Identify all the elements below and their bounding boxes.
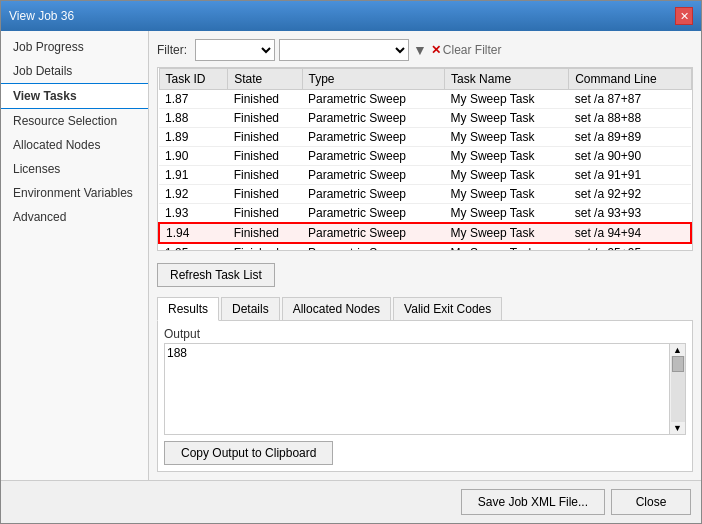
tab-content: Output 188 ▲ ▼ [157, 321, 693, 472]
cell-4: set /a 88+88 [569, 109, 691, 128]
sidebar-item-job-progress[interactable]: Job Progress [1, 35, 148, 59]
scroll-thumb [672, 356, 684, 372]
title-bar: View Job 36 ✕ [1, 1, 701, 31]
filter-row: Filter: ▼ ✕ Clear Filter [157, 39, 693, 61]
cell-0: 1.91 [159, 166, 228, 185]
task-table: Task IDStateTypeTask NameCommand Line 1.… [158, 68, 692, 251]
cell-1: Finished [228, 204, 302, 224]
cell-1: Finished [228, 185, 302, 204]
cell-2: Parametric Sweep [302, 166, 445, 185]
output-scrollbar[interactable]: ▲ ▼ [669, 344, 685, 434]
filter-dropdown[interactable] [195, 39, 275, 61]
sidebar-item-advanced[interactable]: Advanced [1, 205, 148, 229]
sidebar-item-resource-selection[interactable]: Resource Selection [1, 109, 148, 133]
cell-2: Parametric Sweep [302, 109, 445, 128]
cell-1: Finished [228, 109, 302, 128]
content-area: Job ProgressJob DetailsView TasksResourc… [1, 31, 701, 480]
tabs-section: ResultsDetailsAllocated NodesValid Exit … [157, 297, 693, 472]
main-window: View Job 36 ✕ Job ProgressJob DetailsVie… [0, 0, 702, 524]
copy-output-button[interactable]: Copy Output to Clipboard [164, 441, 333, 465]
output-label: Output [164, 327, 686, 341]
cell-3: My Sweep Task [445, 204, 569, 224]
tabs-row: ResultsDetailsAllocated NodesValid Exit … [157, 297, 693, 321]
cell-0: 1.93 [159, 204, 228, 224]
output-value: 188 [167, 346, 187, 360]
col-header-type: Type [302, 69, 445, 90]
output-area: 188 ▲ ▼ [164, 343, 686, 435]
cell-3: My Sweep Task [445, 128, 569, 147]
cell-3: My Sweep Task [445, 147, 569, 166]
cell-0: 1.94 [159, 223, 228, 243]
scroll-down-icon: ▼ [672, 422, 683, 434]
cell-3: My Sweep Task [445, 90, 569, 109]
cell-2: Parametric Sweep [302, 128, 445, 147]
table-row[interactable]: 1.89FinishedParametric SweepMy Sweep Tas… [159, 128, 691, 147]
table-row[interactable]: 1.93FinishedParametric SweepMy Sweep Tas… [159, 204, 691, 224]
table-body: 1.87FinishedParametric SweepMy Sweep Tas… [159, 90, 691, 252]
col-header-task-name: Task Name [445, 69, 569, 90]
table-row[interactable]: 1.88FinishedParametric SweepMy Sweep Tas… [159, 109, 691, 128]
sidebar-item-view-tasks[interactable]: View Tasks [1, 83, 148, 109]
cell-2: Parametric Sweep [302, 223, 445, 243]
cell-3: My Sweep Task [445, 243, 569, 251]
cell-0: 1.89 [159, 128, 228, 147]
cell-1: Finished [228, 166, 302, 185]
cell-0: 1.95 [159, 243, 228, 251]
col-header-task-id: Task ID [159, 69, 228, 90]
cell-4: set /a 90+90 [569, 147, 691, 166]
cell-0: 1.88 [159, 109, 228, 128]
close-dialog-button[interactable]: Close [611, 489, 691, 515]
col-header-command-line: Command Line [569, 69, 691, 90]
cell-0: 1.90 [159, 147, 228, 166]
table-row[interactable]: 1.92FinishedParametric SweepMy Sweep Tas… [159, 185, 691, 204]
scroll-up-icon: ▲ [672, 344, 683, 356]
table-row[interactable]: 1.95FinishedParametric SweepMy Sweep Tas… [159, 243, 691, 251]
sidebar: Job ProgressJob DetailsView TasksResourc… [1, 31, 149, 480]
cell-1: Finished [228, 243, 302, 251]
cell-4: set /a 92+92 [569, 185, 691, 204]
tab-allocated-nodes[interactable]: Allocated Nodes [282, 297, 391, 320]
table-header-row: Task IDStateTypeTask NameCommand Line [159, 69, 691, 90]
sidebar-item-job-details[interactable]: Job Details [1, 59, 148, 83]
cell-4: set /a 89+89 [569, 128, 691, 147]
cell-2: Parametric Sweep [302, 204, 445, 224]
refresh-row: Refresh Task List [157, 257, 693, 287]
footer: Save Job XML File... Close [1, 480, 701, 523]
sidebar-item-environment-variables[interactable]: Environment Variables [1, 181, 148, 205]
cell-2: Parametric Sweep [302, 185, 445, 204]
clear-filter-button[interactable]: ✕ Clear Filter [431, 43, 502, 57]
tab-valid-exit-codes[interactable]: Valid Exit Codes [393, 297, 502, 320]
cell-0: 1.92 [159, 185, 228, 204]
output-box[interactable]: 188 [165, 344, 669, 434]
clear-filter-label: Clear Filter [443, 43, 502, 57]
filter-icon: ▼ [413, 42, 427, 58]
cell-1: Finished [228, 223, 302, 243]
cell-1: Finished [228, 90, 302, 109]
save-job-xml-button[interactable]: Save Job XML File... [461, 489, 605, 515]
sidebar-item-licenses[interactable]: Licenses [1, 157, 148, 181]
cell-2: Parametric Sweep [302, 90, 445, 109]
table-row[interactable]: 1.90FinishedParametric SweepMy Sweep Tas… [159, 147, 691, 166]
cell-4: set /a 95+95 [569, 243, 691, 251]
filter-value-select[interactable] [279, 39, 409, 61]
cell-3: My Sweep Task [445, 166, 569, 185]
tab-details[interactable]: Details [221, 297, 280, 320]
cell-4: set /a 94+94 [569, 223, 691, 243]
close-button[interactable]: ✕ [675, 7, 693, 25]
col-header-state: State [228, 69, 302, 90]
cell-2: Parametric Sweep [302, 243, 445, 251]
sidebar-item-allocated-nodes[interactable]: Allocated Nodes [1, 133, 148, 157]
window-title: View Job 36 [9, 9, 74, 23]
table-row-highlighted[interactable]: 1.94FinishedParametric SweepMy Sweep Tas… [159, 223, 691, 243]
cell-0: 1.87 [159, 90, 228, 109]
cell-4: set /a 93+93 [569, 204, 691, 224]
tab-results[interactable]: Results [157, 297, 219, 321]
refresh-task-list-button[interactable]: Refresh Task List [157, 263, 275, 287]
task-table-container: Task IDStateTypeTask NameCommand Line 1.… [157, 67, 693, 251]
cell-2: Parametric Sweep [302, 147, 445, 166]
scroll-track [671, 356, 685, 422]
cell-1: Finished [228, 128, 302, 147]
cell-3: My Sweep Task [445, 109, 569, 128]
table-row[interactable]: 1.87FinishedParametric SweepMy Sweep Tas… [159, 90, 691, 109]
table-row[interactable]: 1.91FinishedParametric SweepMy Sweep Tas… [159, 166, 691, 185]
